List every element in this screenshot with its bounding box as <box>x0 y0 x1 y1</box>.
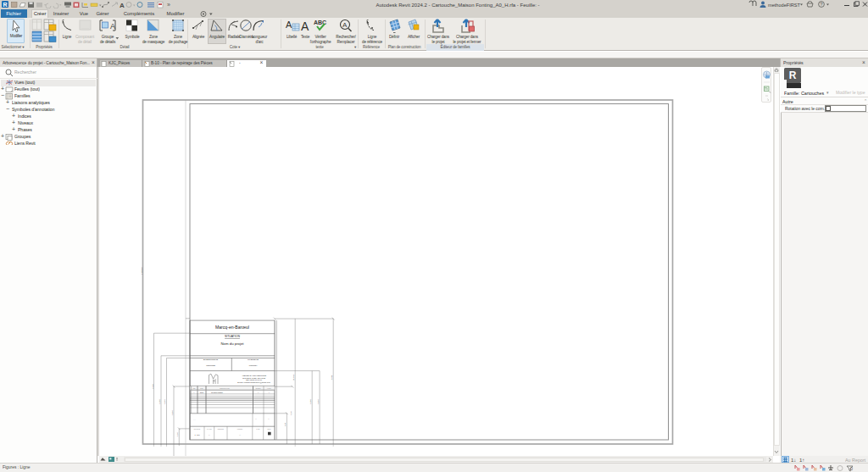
svg-text:—: — <box>239 434 241 436</box>
svg-text:1,500: 1,500 <box>317 398 320 403</box>
svg-text:A: A <box>193 391 195 392</box>
svg-text:—: — <box>209 434 210 436</box>
svg-text:—: — <box>268 417 270 419</box>
svg-text:A: A <box>301 19 309 33</box>
svg-text:1,188: 1,188 <box>159 398 161 403</box>
svg-text:+: + <box>12 119 15 125</box>
svg-text:ECHELLE: ECHELLE <box>194 428 200 429</box>
svg-text:1,500: 1,500 <box>171 409 174 414</box>
svg-text:PROJET: PROJET <box>237 428 242 429</box>
svg-text:A: A <box>110 22 115 31</box>
svg-text:Dessiné: Dessiné <box>256 386 261 388</box>
svg-text:+: + <box>6 99 9 105</box>
svg-text:+: + <box>12 113 15 119</box>
svg-text:1,50: 1,50 <box>176 431 179 436</box>
svg-text:»: » <box>167 2 170 8</box>
svg-text:1,50: 1,50 <box>290 410 292 414</box>
svg-text:−: − <box>1 92 4 98</box>
svg-text:2,085: 2,085 <box>331 374 333 379</box>
svg-text:?: ? <box>820 2 823 7</box>
svg-text:DESCRIPTION: DESCRIPTION <box>220 386 230 388</box>
svg-text:—: — <box>258 391 259 392</box>
svg-text:—: — <box>269 391 270 392</box>
svg-text:R: R <box>3 2 7 8</box>
svg-text:—: — <box>255 417 257 419</box>
svg-text:Vérifié: Vérifié <box>267 386 271 388</box>
svg-text:21,165: 21,165 <box>292 374 295 380</box>
svg-text:DESSINE: DESSINE <box>218 428 224 429</box>
svg-text:−: − <box>6 106 9 112</box>
svg-text:+: + <box>1 133 4 139</box>
svg-text:1,50: 1,50 <box>284 422 287 426</box>
svg-text:05.24: 05.24 <box>200 391 204 392</box>
svg-text:1,500: 1,500 <box>164 398 166 403</box>
svg-text:Marcq-en-Barœul: Marcq-en-Barœul <box>215 325 249 330</box>
svg-text:21,38: 21,38 <box>152 383 154 388</box>
svg-text:PHASE: PHASE <box>207 427 211 429</box>
svg-text:A: A <box>342 21 348 29</box>
svg-text:Mars 2024: Mars 2024 <box>249 364 258 365</box>
svg-text:MAITRE D'OUVRAGE: MAITRE D'OUVRAGE <box>203 358 219 360</box>
svg-text:Création Maison: Création Maison <box>211 391 223 392</box>
svg-text:PHASE & DATE: PHASE & DATE <box>248 358 259 360</box>
svg-text:SITUATION: SITUATION <box>225 335 240 338</box>
svg-text:+: + <box>12 126 15 132</box>
svg-text:+: + <box>1 86 4 92</box>
svg-text:Date: Date <box>200 386 203 388</box>
svg-text:E-mail: contact.architecture@g: E-mail: contact.architecture@gmail.com <box>237 380 270 383</box>
svg-text:TYPE: TYPE <box>256 428 259 429</box>
svg-text:Nom du projet: Nom du projet <box>221 342 245 346</box>
svg-text:A: A <box>120 2 125 9</box>
svg-text:FEUIL: FEUIL <box>267 428 271 429</box>
svg-text:1,188: 1,188 <box>309 398 312 403</box>
svg-text:A: A <box>286 19 292 30</box>
svg-text:methodeFIRST: methodeFIRST <box>768 3 801 8</box>
svg-text:.....: ..... <box>193 419 196 420</box>
svg-text:1 : 100: 1 : 100 <box>194 434 200 436</box>
svg-text:COMMUNE: COMMUNE <box>206 364 215 365</box>
